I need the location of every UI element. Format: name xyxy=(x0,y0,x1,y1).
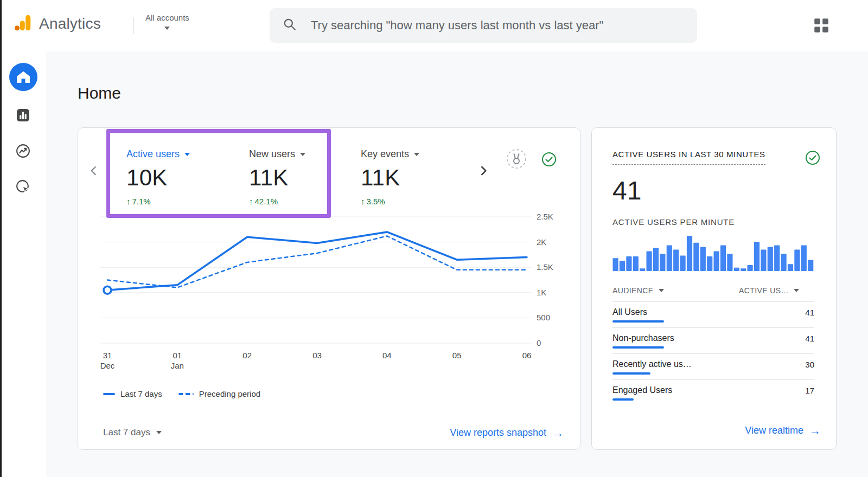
svg-text:06: 06 xyxy=(522,351,532,360)
sidebar-nav xyxy=(0,51,46,477)
up-arrow-icon: ↑ xyxy=(126,197,131,206)
realtime-header: ACTIVE USERS IN LAST 30 MINUTES xyxy=(612,150,821,168)
benchmark-badge-icon[interactable] xyxy=(506,148,527,172)
sidebar-item-explore[interactable] xyxy=(9,140,37,164)
overview-card: Active users 10K ↑ 7.1% New users 11K ↑ … xyxy=(78,127,580,450)
header-divider xyxy=(133,17,134,34)
audience-row-all-users[interactable]: All Users 41 xyxy=(612,301,814,327)
app-title: Analytics xyxy=(39,15,101,33)
data-quality-check-icon[interactable] xyxy=(541,151,557,170)
dashed-line-legend-swatch xyxy=(178,393,194,395)
realtime-card: ACTIVE USERS IN LAST 30 MINUTES 41 ACTIV… xyxy=(591,127,837,450)
audience-row-engaged-users[interactable]: Engaged Users 17 xyxy=(612,379,814,405)
search-input[interactable] xyxy=(310,18,684,33)
svg-text:31Dec: 31Dec xyxy=(100,351,115,370)
audience-row-non-purchasers[interactable]: Non-purchasers 41 xyxy=(612,327,814,353)
realtime-check-icon[interactable] xyxy=(805,150,821,168)
carousel-prev-button[interactable] xyxy=(85,162,103,182)
svg-text:05: 05 xyxy=(452,351,462,360)
metric-delta: ↑ 42.1% xyxy=(249,197,305,206)
cards-row: Active users 10K ↑ 7.1% New users 11K ↑ … xyxy=(78,127,868,450)
legend-preceding-label: Preceding period xyxy=(199,389,260,398)
overview-card-footer: Last 7 days View reports snapshot → xyxy=(94,422,564,443)
arrow-right-icon: → xyxy=(552,427,564,439)
svg-text:02: 02 xyxy=(242,351,252,360)
sidebar-item-home[interactable] xyxy=(9,64,37,92)
metric-key-events: Key events 11K ↑ 3.5% xyxy=(361,149,419,206)
chevron-down-icon xyxy=(164,27,170,30)
analytics-brand[interactable]: Analytics xyxy=(13,13,101,35)
metric-label: Key events xyxy=(361,149,409,160)
metric-new-users: New users 11K ↑ 42.1% xyxy=(249,149,305,206)
audience-value: 41 xyxy=(805,334,814,343)
home-icon xyxy=(9,63,37,93)
audience-row-recently-active[interactable]: Recently active us… 30 xyxy=(612,353,814,379)
bar-chart-icon xyxy=(16,108,30,125)
realtime-title: ACTIVE USERS IN LAST 30 MINUTES xyxy=(612,150,765,165)
metric-label: Active users xyxy=(126,149,180,160)
top-header: Analytics All accounts xyxy=(0,0,868,51)
up-arrow-icon: ↑ xyxy=(361,197,365,206)
chevron-down-icon xyxy=(659,289,664,292)
svg-text:03: 03 xyxy=(312,351,322,360)
metric-label: New users xyxy=(249,149,295,160)
page-title: Home xyxy=(78,84,868,102)
svg-text:04: 04 xyxy=(382,351,392,360)
svg-text:0: 0 xyxy=(537,338,541,347)
per-minute-bar-chart xyxy=(612,234,814,272)
metric-delta: ↑ 7.1% xyxy=(126,197,190,206)
sidebar-item-advertising[interactable] xyxy=(9,176,37,199)
audience-mini-bar xyxy=(612,320,664,323)
metric-value: 11K xyxy=(361,165,419,191)
active-users-metric-selector[interactable]: Active users xyxy=(126,149,190,160)
metric-value: 10K xyxy=(126,165,190,191)
svg-text:01Jan: 01Jan xyxy=(171,351,184,370)
chart-legend: Last 7 days Preceding period xyxy=(103,389,260,398)
carousel-next-button[interactable] xyxy=(474,162,493,182)
users-trend-chart: 05001K1.5K2K2.5K31Dec01Jan0203040506 xyxy=(94,210,572,373)
metric-value: 11K xyxy=(249,165,305,191)
svg-text:1K: 1K xyxy=(537,288,546,297)
svg-text:1.5K: 1.5K xyxy=(537,262,553,272)
audience-value: 30 xyxy=(805,360,814,369)
chevron-down-icon xyxy=(184,153,190,156)
legend-last7-label: Last 7 days xyxy=(120,389,162,398)
audience-value: 17 xyxy=(805,386,814,395)
chevron-down-icon xyxy=(414,153,419,156)
view-realtime-link[interactable]: View realtime → xyxy=(745,425,821,436)
search-bar[interactable] xyxy=(270,8,697,43)
chevron-down-icon xyxy=(156,431,162,434)
trend-line-icon xyxy=(15,143,31,161)
audience-mini-bar xyxy=(612,346,664,349)
active-users-count: 41 xyxy=(612,176,836,205)
cursor-target-icon xyxy=(15,179,31,197)
search-icon xyxy=(283,17,297,34)
active-users-column-header[interactable]: ACTIVE US… xyxy=(739,286,799,295)
account-selector[interactable]: All accounts xyxy=(145,13,189,30)
new-users-metric-selector[interactable]: New users xyxy=(249,149,305,160)
audience-name: All Users xyxy=(612,307,647,317)
audience-name: Recently active us… xyxy=(612,359,692,369)
svg-text:500: 500 xyxy=(537,313,550,322)
window-edge xyxy=(0,0,2,477)
sidebar-item-reports[interactable] xyxy=(9,104,37,128)
account-selector-label: All accounts xyxy=(145,13,189,22)
up-arrow-icon: ↑ xyxy=(249,197,253,206)
chevron-down-icon xyxy=(300,153,305,156)
arrow-right-icon: → xyxy=(809,425,821,436)
chevron-down-icon xyxy=(794,289,799,292)
apps-grid-icon[interactable] xyxy=(813,17,830,36)
main-content: Home Active users 10K ↑ 7.1% New use xyxy=(46,51,868,477)
date-range-selector[interactable]: Last 7 days xyxy=(94,427,162,438)
audience-column-header[interactable]: AUDIENCE xyxy=(612,286,664,295)
key-events-metric-selector[interactable]: Key events xyxy=(361,149,419,160)
audience-table: AUDIENCE ACTIVE US… All Users 41 xyxy=(612,286,814,405)
audience-mini-bar xyxy=(612,372,650,375)
metric-active-users: Active users 10K ↑ 7.1% xyxy=(126,149,190,206)
view-reports-snapshot-link[interactable]: View reports snapshot → xyxy=(450,427,564,439)
audience-mini-bar xyxy=(612,398,634,401)
svg-text:2.5K: 2.5K xyxy=(537,212,553,221)
audience-name: Non-purchasers xyxy=(612,333,674,343)
svg-text:2K: 2K xyxy=(537,237,546,247)
date-range-label: Last 7 days xyxy=(103,427,150,438)
